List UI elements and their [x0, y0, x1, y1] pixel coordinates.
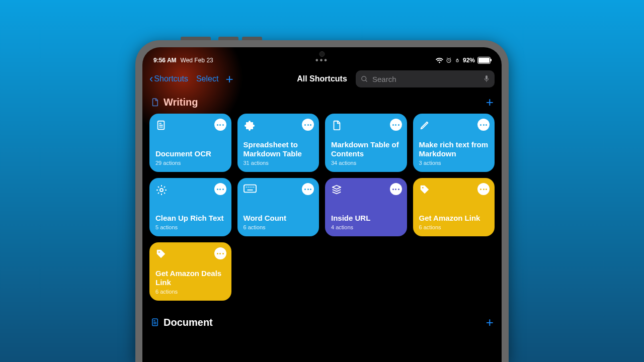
section-title: Writing — [164, 97, 198, 108]
ipad-frame: 9:56 AM Wed Feb 23 ••• 92% — [135, 40, 509, 362]
add-to-section-button[interactable]: + — [486, 316, 494, 329]
search-icon — [361, 75, 368, 83]
add-to-section-button[interactable]: + — [486, 96, 494, 109]
new-shortcut-button[interactable]: + — [225, 72, 233, 85]
svg-point-5 — [160, 189, 163, 192]
shortcut-grid: Document OCR 29 actions Spreadsheet to M… — [149, 114, 495, 301]
tile-options-button[interactable] — [477, 119, 490, 131]
shortcut-tile[interactable]: Get Amazon Link 6 actions — [413, 178, 495, 236]
mic-icon[interactable] — [484, 75, 490, 83]
section-header[interactable]: Document + — [149, 313, 495, 334]
stack-icon — [331, 184, 344, 197]
gear-icon — [155, 184, 169, 197]
wallpaper: 9:56 AM Wed Feb 23 ••• 92% — [0, 0, 644, 362]
hardware-buttons — [181, 37, 332, 40]
tile-options-button[interactable] — [477, 183, 490, 195]
status-date: Wed Feb 23 — [181, 57, 213, 64]
scan-doc-icon — [155, 120, 169, 133]
status-time: 9:56 AM — [153, 57, 177, 64]
tile-subtitle: 34 actions — [331, 160, 401, 166]
back-label: Shortcuts — [154, 74, 188, 83]
svg-point-9 — [250, 187, 251, 188]
tile-title: Get Amazon Deals Link — [155, 269, 225, 287]
multitask-dots[interactable]: ••• — [315, 56, 329, 65]
tile-options-button[interactable] — [214, 119, 226, 131]
tile-subtitle: 6 actions — [155, 289, 225, 295]
tile-subtitle: 4 actions — [331, 224, 401, 230]
tag-icon — [419, 184, 432, 197]
tag-icon — [155, 248, 169, 261]
tile-options-button[interactable] — [214, 183, 226, 195]
chevron-left-icon: ‹ — [149, 73, 153, 84]
document-icon — [331, 120, 344, 133]
tile-options-button[interactable] — [302, 183, 314, 195]
search-input[interactable] — [371, 74, 480, 84]
tile-subtitle: 6 actions — [244, 224, 313, 230]
svg-point-13 — [422, 187, 423, 189]
status-bar: 9:56 AM Wed Feb 23 ••• 92% — [142, 47, 502, 68]
tile-title: Clean Up Rich Text — [155, 214, 225, 223]
shortcut-tile[interactable]: Document OCR 29 actions — [149, 114, 231, 172]
keyboard-icon — [244, 184, 257, 197]
section-title: Document — [164, 317, 213, 328]
document-icon — [150, 98, 159, 107]
shortcut-tile[interactable]: Make rich text from Markdown 3 actions — [413, 114, 495, 172]
shortcut-tile[interactable]: Spreadsheet to Markdown Table 31 actions — [237, 114, 319, 172]
tile-subtitle: 5 actions — [155, 224, 225, 230]
scan-doc-icon — [150, 318, 159, 327]
search-field[interactable] — [356, 70, 495, 87]
navigation-bar: ‹ Shortcuts Select + All Shortcuts — [142, 68, 502, 89]
section-header[interactable]: Writing + — [149, 93, 495, 114]
tile-options-button[interactable] — [214, 247, 226, 259]
tile-subtitle: 29 actions — [155, 160, 225, 166]
svg-point-14 — [158, 251, 160, 253]
alarm-icon — [446, 57, 452, 63]
tile-title: Markdown Table of Contents — [331, 140, 401, 158]
battery-icon — [477, 57, 491, 64]
tile-title: Get Amazon Link — [419, 214, 489, 223]
svg-rect-12 — [247, 190, 253, 191]
svg-point-10 — [251, 187, 252, 188]
tile-title: Word Count — [244, 214, 313, 223]
shortcut-tile[interactable]: Get Amazon Deals Link 6 actions — [149, 242, 231, 301]
svg-rect-6 — [244, 185, 256, 193]
tile-options-button[interactable] — [390, 119, 402, 131]
shortcut-tile[interactable]: Word Count 6 actions — [237, 178, 319, 236]
svg-rect-1 — [456, 60, 458, 62]
back-button[interactable]: ‹ Shortcuts — [149, 73, 188, 84]
tile-title: Document OCR — [155, 149, 225, 158]
lock-rotation-icon — [454, 57, 460, 63]
shortcut-tile[interactable]: Clean Up Rich Text 5 actions — [149, 178, 231, 236]
tile-title: Spreadsheet to Markdown Table — [244, 140, 313, 158]
svg-point-7 — [246, 187, 247, 188]
tile-subtitle: 6 actions — [419, 224, 489, 230]
puzzle-icon — [244, 120, 257, 133]
svg-rect-3 — [486, 75, 488, 79]
select-button[interactable]: Select — [196, 74, 218, 83]
tile-subtitle: 3 actions — [419, 160, 489, 166]
pencil-icon — [419, 120, 432, 133]
tile-options-button[interactable] — [302, 119, 314, 131]
svg-point-2 — [362, 76, 366, 80]
tile-title: Inside URL — [331, 214, 401, 223]
svg-point-8 — [248, 187, 249, 188]
battery-percent: 92% — [463, 57, 475, 64]
screen: 9:56 AM Wed Feb 23 ••• 92% — [142, 47, 502, 362]
wifi-icon — [436, 57, 443, 63]
shortcut-tile[interactable]: Markdown Table of Contents 34 actions — [325, 114, 407, 172]
tile-subtitle: 31 actions — [244, 160, 313, 166]
shortcut-tile[interactable]: Inside URL 4 actions — [325, 178, 407, 236]
tile-options-button[interactable] — [390, 183, 402, 195]
tile-title: Make rich text from Markdown — [419, 140, 489, 158]
svg-point-11 — [253, 187, 254, 188]
